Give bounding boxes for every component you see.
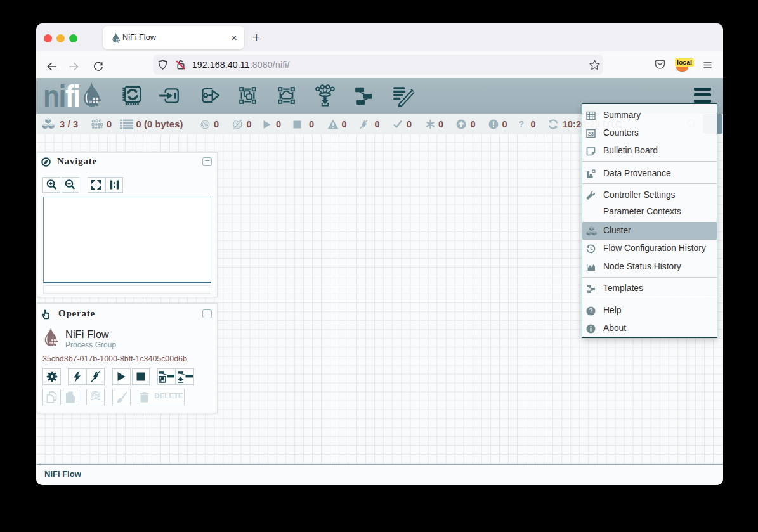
svg-text:?: ? bbox=[589, 308, 592, 315]
svg-text:23: 23 bbox=[588, 131, 594, 137]
